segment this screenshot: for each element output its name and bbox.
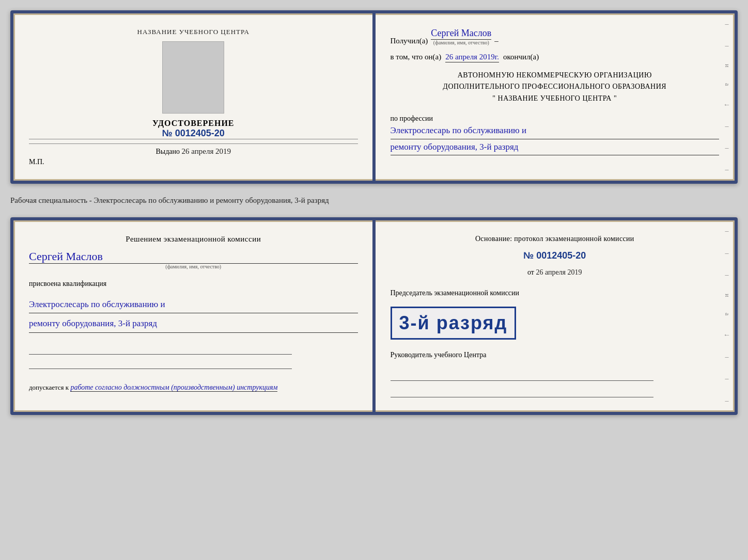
vydano-date: 26 апреля 2019 xyxy=(182,147,231,155)
vydano-line: Выдано 26 апреля 2019 xyxy=(29,143,358,156)
org-block: АВТОНОМНУЮ НЕКОММЕРЧЕСКУЮ ОРГАНИЗАЦИЮ ДО… xyxy=(391,70,720,104)
cert1-left-panel: НАЗВАНИЕ УЧЕБНОГО ЦЕНТРА УДОСТОВЕРЕНИЕ №… xyxy=(13,13,375,181)
sig-line-2 xyxy=(29,359,292,369)
person-name: Сергей Маслов xyxy=(29,250,358,264)
vtom-label: в том, что он(а) xyxy=(391,53,442,61)
recipient-name: Сергей Маслов xyxy=(431,28,491,40)
dash-1: – xyxy=(494,37,498,45)
cert1-right-panel: Получил(а) Сергей Маслов (фамилия, имя, … xyxy=(375,13,735,181)
cert-number: № 0012405-20 xyxy=(152,128,235,139)
certificate-2: Решением экзаменационной комиссии Сергей… xyxy=(10,217,738,415)
poluchil-label: Получил(а) xyxy=(391,37,428,45)
prisvoena-label: присвоена квалификация xyxy=(29,280,358,288)
org-quote: " НАЗВАНИЕ УЧЕБНОГО ЦЕНТРА " xyxy=(391,93,720,104)
rukovoditel-label: Руководитель учебного Центра xyxy=(391,351,720,359)
sig-line-1 xyxy=(29,344,292,355)
right-decorations: – – и а ← – – – xyxy=(722,13,731,181)
qual-line1: Электрослесарь по обслуживанию и xyxy=(29,296,358,313)
sig-line-r1 xyxy=(391,371,653,381)
certificate-1: НАЗВАНИЕ УЧЕБНОГО ЦЕНТРА УДОСТОВЕРЕНИЕ №… xyxy=(10,10,738,184)
ot-label: от xyxy=(527,268,534,276)
fio-label-2: (фамилия, имя, отчество) xyxy=(29,264,358,269)
udostoverenie-title: УДОСТОВЕРЕНИЕ xyxy=(152,119,235,128)
stamp-text: 3-й разряд xyxy=(399,312,508,334)
right-decorations-2: – – – и а ← – – – xyxy=(722,220,731,412)
org-line1: АВТОНОМНУЮ НЕКОММЕРЧЕСКУЮ ОРГАНИЗАЦИЮ xyxy=(391,70,720,81)
sig-line-r2 xyxy=(391,387,653,397)
okonchil-label: окончил(а) xyxy=(503,53,539,61)
sig-lines-right xyxy=(391,371,720,397)
qualification-block: Электрослесарь по обслуживанию и ремонту… xyxy=(29,294,358,333)
page-wrapper: НАЗВАНИЕ УЧЕБНОГО ЦЕНТРА УДОСТОВЕРЕНИЕ №… xyxy=(10,10,738,415)
resheniem-title: Решением экзаменационной комиссии xyxy=(29,235,358,244)
dopusk-label: допускается к xyxy=(29,383,69,391)
osnovanie-label: Основание: протокол экзаменационной коми… xyxy=(391,235,720,243)
spec-description: Рабочая специальность - Электрослесарь п… xyxy=(10,193,738,208)
fio-label: (фамилия, имя, отчество) xyxy=(433,40,489,45)
profession-line2: ремонту оборудования, 3-й разряд xyxy=(391,139,720,156)
qual-line2: ремонту оборудования, 3-й разряд xyxy=(29,315,358,332)
stamp-area: 3-й разряд xyxy=(391,305,720,340)
name-block: Сергей Маслов (фамилия, имя, отчество) xyxy=(29,250,358,269)
vydano-label: Выдано xyxy=(155,148,180,155)
vtom-date: 26 апреля 2019г. xyxy=(445,53,499,62)
vtom-line: в том, что он(а) 26 апреля 2019г. окончи… xyxy=(391,53,720,62)
profession-line1: Электрослесарь по обслуживанию и xyxy=(391,123,720,139)
poluchil-line: Получил(а) Сергей Маслов (фамилия, имя, … xyxy=(391,28,720,45)
school-name-top: НАЗВАНИЕ УЧЕБНОГО ЦЕНТРА xyxy=(137,28,250,36)
dopuskaetsya-block: допускается к работе согласно должностны… xyxy=(29,383,358,392)
ot-line: от 26 апреля 2019 xyxy=(391,268,720,277)
udostoverenie-block: УДОСТОВЕРЕНИЕ № 0012405-20 xyxy=(152,119,235,139)
mp-label: М.П. xyxy=(29,158,44,166)
sig-lines-left xyxy=(29,344,358,369)
cert2-left-panel: Решением экзаменационной комиссии Сергей… xyxy=(13,220,375,412)
stamp: 3-й разряд xyxy=(391,307,517,340)
ot-date: 26 апреля 2019 xyxy=(536,268,582,276)
protocol-number: № 0012405-20 xyxy=(391,250,720,261)
photo-placeholder xyxy=(162,41,224,114)
dopusk-text: работе согласно должностным (производств… xyxy=(70,383,277,392)
cert2-right-panel: Основание: протокол экзаменационной коми… xyxy=(375,220,735,412)
predsedatel-label: Председатель экзаменационной комиссии xyxy=(391,289,720,297)
org-line2: ДОПОЛНИТЕЛЬНОГО ПРОФЕССИОНАЛЬНОГО ОБРАЗО… xyxy=(391,81,720,92)
po-professii-label: по профессии Электрослесарь по обслужива… xyxy=(391,115,720,155)
